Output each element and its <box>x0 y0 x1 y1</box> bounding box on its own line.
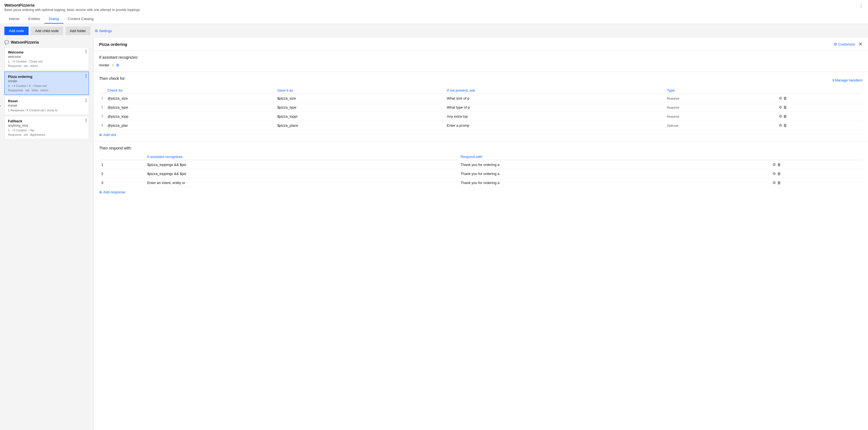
dialog-node-fallback[interactable]: Fallback anything_else 1 / 0 Context / N… <box>4 116 89 139</box>
check-for-cell[interactable]: @pizza_type <box>105 103 275 112</box>
manage-handlers-button[interactable]: ℹ Manage handlers <box>833 78 863 82</box>
tab-dialog[interactable]: Dialog <box>44 14 63 24</box>
add-intent-button[interactable]: ⊕ <box>116 63 119 67</box>
respond-cell[interactable]: Thank you for ordering a <box>459 160 770 169</box>
row-settings-button[interactable]: ⚙ <box>779 123 782 128</box>
row-settings-button[interactable]: ⚙ <box>779 114 782 119</box>
info-icon: ℹ <box>833 78 834 82</box>
add-child-node-button[interactable]: Add child node <box>31 27 63 35</box>
row-delete-button-r[interactable]: 🗑 <box>777 171 781 176</box>
intent-row: #order ○ ⊕ <box>99 63 863 67</box>
node-title-fallback: Fallback <box>8 119 85 123</box>
then-respond-title: Then respond with: <box>99 146 863 150</box>
recognizes-cell[interactable]: Enter an intent, entity or <box>145 178 458 187</box>
dialog-node-pizza-ordering[interactable]: Pizza ordering #order 3 / 4 Context / 4 … <box>4 72 89 95</box>
type-cell: Required <box>664 103 776 112</box>
respond-cell[interactable]: Thank you for ordering a <box>459 169 770 178</box>
add-response-button[interactable]: ⊕ Add response <box>99 190 125 194</box>
recognizes-cell[interactable]: $pizza_toppings && $piz <box>145 169 458 178</box>
col-num <box>99 87 105 94</box>
row-settings-button[interactable]: ⚙ <box>779 105 782 109</box>
chevron-right-icon <box>0 104 1 108</box>
row-delete-button-r[interactable]: 🗑 <box>777 162 781 167</box>
more-options-button[interactable] <box>859 3 864 9</box>
node-menu-fallback[interactable] <box>86 119 87 122</box>
node-title-pizza-ordering: Pizza ordering <box>8 75 85 79</box>
chat-icon: 💬 <box>4 40 9 44</box>
respond-cell[interactable]: Thank you for ordering a <box>459 178 770 187</box>
ask-cell[interactable]: What size of p <box>445 94 665 103</box>
panel-title: 💬 WatsonPizzeria <box>4 40 89 44</box>
dialog-node-reset[interactable]: Reset #reset 1 Response / 4 Context set … <box>4 96 89 115</box>
app-title: WatsonPizzeria <box>4 3 140 7</box>
main-layout: 💬 WatsonPizzeria Welcome welcome 1 / 0 C… <box>0 38 868 430</box>
col-actions <box>777 87 863 94</box>
row-delete-button[interactable]: 🗑 <box>783 105 787 109</box>
node-menu-pizza-ordering[interactable] <box>86 74 87 77</box>
then-check-title: Then check for: <box>99 76 126 80</box>
col-check-for: Check for <box>105 87 275 94</box>
customize-button[interactable]: ⚙ Customize <box>834 42 855 46</box>
col-actions-r <box>770 154 863 160</box>
save-as-cell[interactable]: $pizza_type <box>275 103 444 112</box>
remove-intent-button[interactable]: ○ <box>112 63 114 67</box>
close-panel-button[interactable]: ✕ <box>858 41 863 47</box>
add-folder-button[interactable]: Add folder <box>65 27 90 35</box>
customize-icon: ⚙ <box>834 42 837 46</box>
app-subtitle: Basic pizza ordering with optional toppi… <box>4 8 140 12</box>
node-title-input[interactable] <box>99 42 830 46</box>
row-delete-button[interactable]: 🗑 <box>783 123 787 128</box>
app-header: WatsonPizzeria Basic pizza ordering with… <box>0 0 868 24</box>
row-num: 1 <box>99 94 105 103</box>
col-if-not-present: If not present, ask <box>445 87 665 94</box>
add-slot-button[interactable]: ⊕ Add slot <box>99 133 116 137</box>
dialog-node-welcome[interactable]: Welcome welcome 1 / 0 Context / Does not… <box>4 47 89 70</box>
respond-table-row: 3 Enter an intent, entity or Thank you f… <box>99 178 863 187</box>
save-as-cell[interactable]: $pizza_toppi <box>275 112 444 121</box>
toolbar: Add node Add child node Add folder Setti… <box>0 24 868 38</box>
row-settings-button-r[interactable]: ⚙ <box>772 162 776 167</box>
col-type: Type <box>664 87 776 94</box>
col-respond-with: Respond with <box>459 154 770 160</box>
node-title-reset: Reset <box>8 99 85 103</box>
respond-table: If assistant recognizes Respond with 1 $… <box>99 154 863 187</box>
node-subtitle-fallback: anything_else <box>8 124 85 128</box>
row-delete-button[interactable]: 🗑 <box>783 114 787 119</box>
row-actions: ⚙ 🗑 <box>777 112 863 121</box>
add-node-button[interactable]: Add node <box>4 27 29 35</box>
tab-content-catalog[interactable]: Content Catalog <box>63 14 98 24</box>
ask-cell[interactable]: Enter a promp <box>445 121 665 130</box>
tab-intents[interactable]: Intents <box>4 14 24 24</box>
col-if-recognizes: If assistant recognizes <box>145 154 458 160</box>
ask-cell[interactable]: Any extra top <box>445 112 665 121</box>
save-as-cell[interactable]: $pizza_place <box>275 121 444 130</box>
col-num-r <box>99 154 145 160</box>
row-settings-button-r[interactable]: ⚙ <box>772 171 776 176</box>
check-section-header: Then check for: ℹ Manage handlers <box>99 76 863 84</box>
ask-cell[interactable]: What type of p <box>445 103 665 112</box>
settings-button[interactable]: Settings <box>95 29 112 33</box>
node-title-welcome: Welcome <box>8 50 85 54</box>
row-settings-button-r[interactable]: ⚙ <box>772 180 776 185</box>
tab-entities[interactable]: Entities <box>24 14 44 24</box>
plus-response-icon: ⊕ <box>99 190 102 194</box>
save-as-cell[interactable]: $pizza_size <box>275 94 444 103</box>
check-for-cell[interactable]: @pizza_topp <box>105 112 275 121</box>
check-for-cell[interactable]: @pizza_plac <box>105 121 275 130</box>
expand-reset-button[interactable] <box>0 103 1 108</box>
app-tabs: Intents Entities Dialog Content Catalog <box>4 14 864 24</box>
check-for-cell[interactable]: @pizza_size <box>105 94 275 103</box>
node-subtitle-welcome: welcome <box>8 55 85 59</box>
then-check-section: Then check for: ℹ Manage handlers Check … <box>94 72 868 141</box>
type-cell: Optional <box>664 121 776 130</box>
check-table-row: 4 @pizza_plac $pizza_place Enter a promp… <box>99 121 863 130</box>
row-num-r: 1 <box>99 160 145 169</box>
row-settings-button[interactable]: ⚙ <box>779 96 782 100</box>
add-icon: ⊕ <box>116 63 119 67</box>
row-delete-button-r[interactable]: 🗑 <box>777 180 781 185</box>
row-delete-button[interactable]: 🗑 <box>783 96 787 100</box>
left-panel: 💬 WatsonPizzeria Welcome welcome 1 / 0 C… <box>0 38 93 430</box>
recognizes-cell[interactable]: $pizza_toppings && $piz <box>145 160 458 169</box>
node-menu-reset[interactable] <box>86 98 87 102</box>
node-menu-welcome[interactable] <box>86 49 87 53</box>
